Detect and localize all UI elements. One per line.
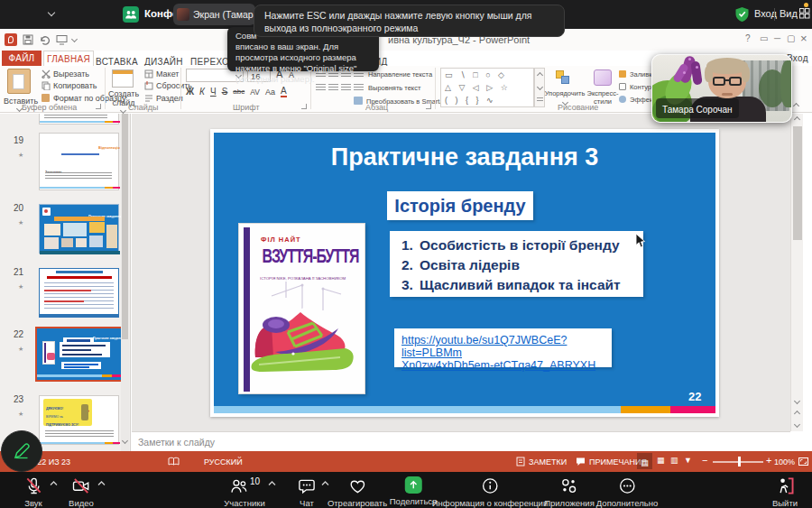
ribbon-options-icon[interactable]: ▭ [760,33,768,43]
format-painter-icon[interactable] [42,94,50,102]
strikethrough-button[interactable]: S [222,87,228,97]
leave-button[interactable]: Выйти [772,476,798,508]
smartart-icon[interactable] [354,97,363,105]
slide-link-box[interactable]: https://youtu.be/su1Q7JWBCeE?list=PLBMm … [394,328,612,367]
zoom-out-button[interactable]: − [702,455,707,466]
qat-customize-chevron[interactable] [71,36,78,42]
text-direction-button[interactable]: Направление текста [368,70,432,79]
slide-list-box[interactable]: 1.Особистість в історії бренду 2.Освіта … [390,231,643,297]
slide-thumbnail-22-selected[interactable]: Практичне завдання 3 [35,327,123,382]
main-scrollbar[interactable] [790,114,803,431]
annotate-button[interactable] [1,430,42,472]
underline-button[interactable]: Ч [210,87,217,97]
screen-share-tab[interactable]: Экран (Тамара С [173,4,255,25]
zoom-level[interactable]: 100% [774,457,795,466]
cut-icon[interactable] [42,69,51,79]
comments-icon[interactable] [576,457,586,466]
chat-button[interactable]: Чат [298,476,317,508]
participants-button[interactable]: 10 Участники [224,476,264,508]
meeting-info-button[interactable]: Информация о конференции [432,476,549,508]
youtube-link[interactable]: https://youtu.be/su1Q7JWBCeE?list=PLBMm [401,334,604,359]
bold-button[interactable]: Ж [186,87,194,97]
slide-thumbnail-18[interactable] [39,114,119,125]
slide-subtitle-box[interactable]: Історія бренду [387,191,533,220]
thumbnail-panel-scrollbar[interactable] [121,114,129,451]
clipboard-dialog-launcher[interactable] [96,104,101,109]
copy-icon[interactable] [42,81,51,90]
quick-styles-button[interactable]: Экспресс- [585,89,621,97]
view-button[interactable]: Вид [780,8,798,19]
more-button[interactable]: Дополнительно [596,476,658,508]
collapse-ribbon-chevron[interactable] [793,103,799,109]
scroll-down-icon[interactable] [794,398,800,404]
layout-icon[interactable] [144,69,153,79]
quick-styles-icon[interactable] [594,69,612,86]
notes-toggle[interactable]: ЗАМЕТКИ [529,457,567,466]
video-options-chevron[interactable] [97,481,106,486]
font-dialog-launcher[interactable] [301,104,307,109]
shape-effects-icon[interactable] [619,96,626,103]
arrange-button[interactable]: Упорядочить [543,89,586,97]
participant-video-tile[interactable]: Тамара Сорочан [651,54,792,123]
notes-button-icon[interactable] [516,457,525,466]
align-right-icon[interactable] [341,84,351,92]
minimize-icon[interactable]: ─ [774,33,780,43]
audio-button[interactable]: Звук [24,476,43,508]
shapes-gallery[interactable]: ▭ ∖ □ ○ ◇ △ ▽ ◁ ▷ ☆ ( ) { } ∿ [440,68,534,107]
shapes-gallery-scrollbar[interactable] [534,68,545,107]
notes-pane[interactable]: Заметки к слайду [132,431,790,451]
slide-canvas[interactable]: Практичне завдання 3 Історія бренду ФІЛ … [210,129,719,417]
view-buttons[interactable]: ▦ ▥ ▼ [657,456,694,465]
participants-options-chevron[interactable] [268,481,276,486]
view-grid-icon[interactable] [799,8,810,19]
reset-icon[interactable] [144,81,153,90]
scrollbar-thumb[interactable] [793,126,802,240]
align-center-icon[interactable] [328,84,338,92]
slide-title[interactable]: Практичне завдання 3 [210,143,719,171]
close-icon[interactable]: × [800,32,807,45]
help-icon[interactable]: ? [745,33,751,43]
layout-button[interactable]: Макет [156,69,179,79]
justify-icon[interactable] [354,84,364,92]
collapse-bar-chevron-icon[interactable] [48,9,55,16]
restore-icon[interactable]: ▢ [787,33,795,43]
italic-button[interactable]: К [199,87,205,97]
align-text-button[interactable]: Выровнять текст [368,84,420,92]
slide-thumbnail-19[interactable]: Відеолекція Запитання [39,133,119,190]
scroll-up-icon[interactable] [794,116,800,123]
section-icon[interactable] [144,94,153,103]
fit-slide-icon[interactable] [798,456,809,467]
text-shadow-button[interactable]: abc [233,88,245,96]
spell-check-icon[interactable] [168,457,180,466]
language-indicator[interactable]: РУССКИЙ [204,457,243,466]
view-normal-button[interactable]: ▤ [637,453,652,469]
start-from-slide-icon[interactable] [56,34,68,45]
new-slide-icon[interactable] [112,69,134,88]
zoom-in-button[interactable]: + [766,455,771,466]
tab-file[interactable]: ФАЙЛ [2,51,42,66]
paragraph-dialog-launcher[interactable] [426,104,431,109]
change-case-button[interactable]: Aa [265,88,275,97]
undo-icon[interactable] [39,34,51,45]
character-spacing-button[interactable]: AV [250,88,260,97]
apps-button[interactable]: Приложения [544,476,595,508]
previous-slide-icon[interactable] [794,411,800,417]
zoom-slider-thumb[interactable] [738,457,741,466]
paste-icon[interactable] [7,69,31,94]
video-button[interactable]: Видео [69,476,94,508]
tab-home[interactable]: ГЛАВНАЯ [43,51,94,66]
react-button[interactable]: Отреагировать [328,476,387,508]
copy-button[interactable]: Копировать [53,81,97,90]
shape-fill-icon[interactable] [619,70,626,78]
slide-thumbnail-20[interactable]: Практичне завдання 1. [39,204,119,254]
align-left-icon[interactable] [316,84,326,92]
section-button[interactable]: Раздел [156,94,183,103]
shape-outline-icon[interactable] [619,83,626,90]
font-color-button[interactable]: А [281,86,287,97]
share-screen-button[interactable]: Поделиться [390,476,437,506]
slide-thumbnail-23[interactable]: ДЯКУЄМО! ♥ ВІРИМО за ПІДТРИМУЄМО ЗСУ! [39,395,119,445]
cut-button[interactable]: Вырезать [53,69,89,79]
save-icon[interactable] [23,34,33,45]
audio-options-chevron[interactable] [50,481,58,486]
slide-thumbnail-21[interactable] [39,268,119,318]
